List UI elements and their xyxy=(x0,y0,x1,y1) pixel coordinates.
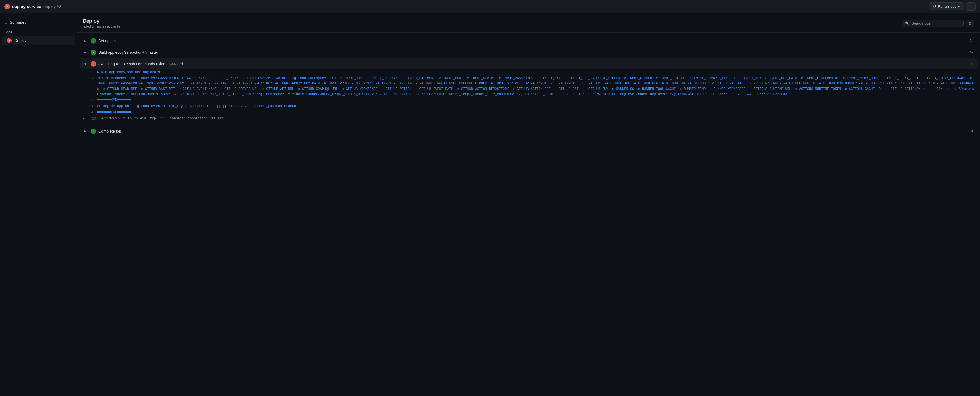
more-options-button[interactable]: ··· xyxy=(966,3,975,11)
header-right: ↺ Re-run jobs ▾ ··· xyxy=(929,3,975,11)
main-content: Deploy failed 2 minutes ago in 9s 🔍 ⚙ ▶ … xyxy=(77,13,980,396)
step-status-setup: ✓ xyxy=(91,38,96,44)
log-line-num-20: 20 xyxy=(86,116,96,122)
log-line-num-19: 19 xyxy=(83,110,93,115)
job-meta: failed 2 minutes ago in 9s xyxy=(83,25,120,29)
step-status-ssh: ✕ xyxy=(91,61,96,67)
step-chevron-setup: ▶ xyxy=(84,39,88,43)
home-icon: ⌂ xyxy=(5,20,7,25)
rerun-icon: ↺ xyxy=(933,5,936,8)
run-number: deploy #2 xyxy=(43,4,61,9)
job-title: Deploy xyxy=(83,18,120,24)
log-output-ssh: 1 ▶ Run appleboy/ssh-action@master 16 /u… xyxy=(80,70,978,122)
step-name-complete: Complete job xyxy=(98,129,967,133)
log-line-text-18: sh deploy-app.sh {{ github.event.client_… xyxy=(97,104,974,109)
sidebar-item-summary[interactable]: ⌂ Summary xyxy=(0,17,77,27)
log-settings-button[interactable]: ⚙ xyxy=(966,20,974,27)
step-status-complete: ✓ xyxy=(91,128,96,134)
log-line-1[interactable]: 1 ▶ Run appleboy/ssh-action@master xyxy=(80,70,978,76)
log-line-text-17: =======CMD======= xyxy=(97,98,974,103)
log-line-text-1: ▶ Run appleboy/ssh-action@master xyxy=(97,70,974,75)
job-header: Deploy failed 2 minutes ago in 9s 🔍 ⚙ xyxy=(77,13,980,33)
job-label: Deploy xyxy=(14,38,27,43)
layout: ⌂ Summary Jobs ✕ Deploy Deploy failed 2 … xyxy=(0,13,980,396)
step-name-build: Build appleboy/ssh-action@master xyxy=(98,50,967,55)
search-logs-input[interactable] xyxy=(903,20,964,27)
log-line-text-20: 2021/09/02 21:05:23 dial tcp :***: conne… xyxy=(100,116,974,121)
workflow-status-icon: ✕ xyxy=(5,4,10,10)
rerun-dropdown-icon: ▾ xyxy=(958,5,960,8)
jobs-section-label: Jobs xyxy=(0,27,77,36)
log-line-text-16: /usr/bin/docker run --name c9e03656adcdf… xyxy=(97,76,974,97)
log-line-18[interactable]: 18 sh deploy-app.sh {{ github.event.clie… xyxy=(80,103,978,109)
rerun-jobs-button[interactable]: ↺ Re-run jobs ▾ xyxy=(929,3,964,11)
job-status-icon: ✕ xyxy=(6,38,11,43)
step-duration-build: 6s xyxy=(970,51,974,54)
log-line-num-17: 17 xyxy=(83,98,93,103)
workflow-name: deploy-service xyxy=(12,4,41,9)
log-line-16[interactable]: 16 /usr/bin/docker run --name c9e03656ad… xyxy=(80,76,978,97)
log-line-num-16: 16 xyxy=(83,76,93,81)
warning-triangle-icon: ▲ xyxy=(83,116,85,121)
step-complete[interactable]: ▶ ✓ Complete job 0s xyxy=(80,126,978,137)
log-line-num-1: 1 xyxy=(83,70,93,75)
sidebar-item-deploy[interactable]: ✕ Deploy xyxy=(2,36,75,45)
step-duration-ssh: 0s xyxy=(970,62,974,66)
sidebar: ⌂ Summary Jobs ✕ Deploy xyxy=(0,13,77,396)
step-status-build: ✓ xyxy=(91,50,96,55)
log-line-20[interactable]: ▲ 20 2021/09/02 21:05:23 dial tcp :***: … xyxy=(80,116,978,122)
steps-container: ▶ ✓ Set up job 3s ▶ ✓ Build appleboy/ssh… xyxy=(77,33,980,139)
step-chevron-ssh: ▼ xyxy=(84,62,88,66)
step-setup[interactable]: ▶ ✓ Set up job 3s xyxy=(80,35,978,46)
job-header-left: Deploy failed 2 minutes ago in 9s xyxy=(83,18,120,29)
step-chevron-build: ▶ xyxy=(84,51,88,54)
header-left: ✕ deploy-service deploy #2 xyxy=(5,4,61,10)
log-line-text-19: =======END======= xyxy=(97,110,974,115)
step-build[interactable]: ▶ ✓ Build appleboy/ssh-action@master 6s xyxy=(80,47,978,58)
summary-label: Summary xyxy=(10,20,27,25)
step-name-ssh: executing remote ssh commands using pass… xyxy=(98,62,967,66)
top-header: ✕ deploy-service deploy #2 ↺ Re-run jobs… xyxy=(0,0,980,13)
log-line-num-18: 18 xyxy=(83,104,93,109)
step-ssh[interactable]: ▼ ✕ executing remote ssh commands using … xyxy=(80,59,978,70)
step-name-setup: Set up job xyxy=(98,39,967,43)
job-header-right: 🔍 ⚙ xyxy=(903,20,974,27)
log-line-19[interactable]: 19 =======END======= xyxy=(80,109,978,116)
step-chevron-complete: ▶ xyxy=(84,129,88,133)
step-duration-setup: 3s xyxy=(970,39,974,43)
log-line-17[interactable]: 17 =======CMD======= xyxy=(80,97,978,103)
step-duration-complete: 0s xyxy=(970,129,974,133)
search-logs-wrapper: 🔍 xyxy=(903,20,964,27)
